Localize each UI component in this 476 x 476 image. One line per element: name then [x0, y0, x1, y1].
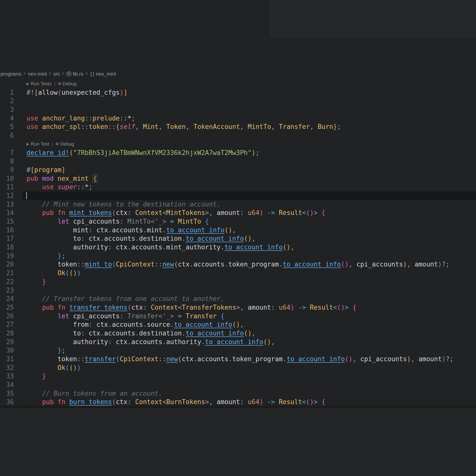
code-line-content[interactable]: pub fn transfer_tokens(ctx: Context<Tran…: [27, 303, 357, 312]
code-line-content[interactable]: token::mint_to(CpiContext::new(ctx.accou…: [27, 260, 449, 269]
code-line-content[interactable]: // Transfer tokens from one account to a…: [27, 295, 224, 303]
codelens-debug-link[interactable]: Debug: [62, 80, 76, 88]
chevron-right-icon: >: [23, 71, 26, 77]
code-token: <: [162, 209, 166, 216]
line-number[interactable]: 5: [0, 122, 14, 131]
code-line-content[interactable]: #[program]: [27, 166, 65, 174]
code-token: Mint: [143, 123, 159, 130]
background-panel: [0, 408, 476, 476]
indent-guide: [42, 217, 42, 278]
line-number[interactable]: 29: [0, 338, 14, 346]
code-token: ::: [77, 261, 85, 268]
code-token: use: [42, 183, 54, 191]
code-line-content[interactable]: authority: ctx.accounts.authority.to_acc…: [27, 338, 275, 346]
line-number[interactable]: 27: [0, 320, 14, 329]
code-line-content[interactable]: use anchor_spl::token::{self, Mint, Toke…: [27, 122, 341, 131]
code-token: use: [27, 123, 38, 130]
code-line-content[interactable]: declare_id!("7RbBhS3jiAeTBmWNwnXfVM2336k…: [27, 149, 259, 157]
code-token: >,: [205, 209, 213, 216]
code-line-content[interactable]: }: [27, 372, 46, 381]
breadcrumb-item-nex-mint[interactable]: nex-mint: [28, 71, 47, 77]
codelens-debug-link[interactable]: Debug: [60, 140, 74, 149]
code-line-content[interactable]: from: ctx.accounts.source.to_account_inf…: [27, 320, 244, 329]
code-token: authority: [166, 338, 201, 346]
line-number[interactable]: 24: [0, 295, 14, 303]
line-number[interactable]: 17: [0, 234, 14, 243]
code-token: ctx: [89, 329, 100, 337]
code-line-content[interactable]: Ok(()): [27, 363, 81, 372]
line-number[interactable]: 14: [0, 208, 14, 217]
code-token: pub: [42, 398, 54, 406]
codelens-run-link[interactable]: Run Test: [31, 140, 49, 149]
code-line-content[interactable]: authority: ctx.accounts.mint_authority.t…: [27, 243, 294, 252]
code-token: // Transfer tokens from one account to a…: [42, 295, 225, 302]
code-token: to_account_info: [287, 355, 345, 363]
line-number[interactable]: 6: [0, 131, 14, 140]
code-line-content[interactable]: pub mod nex_mint {: [27, 174, 97, 183]
line-number[interactable]: 15: [0, 217, 14, 226]
code-line-content[interactable]: #![allow(unexpected_cfgs)]: [27, 88, 127, 97]
breadcrumb-item-programs[interactable]: programs: [0, 71, 21, 77]
code-token: [54, 398, 58, 406]
code-token: [65, 304, 69, 311]
code-line-content[interactable]: to: ctx.accounts.destination.to_account_…: [27, 329, 256, 338]
line-number[interactable]: 13: [0, 200, 14, 209]
line-number[interactable]: 10: [0, 174, 14, 183]
code-line-content[interactable]: };: [27, 252, 65, 260]
code-token: ::: [158, 355, 166, 363]
breadcrumb-item-src[interactable]: src: [53, 71, 60, 77]
code-line-content[interactable]: use anchor_lang::prelude::*;: [27, 114, 135, 123]
line-number[interactable]: 8: [0, 157, 14, 166]
line-number[interactable]: 26: [0, 312, 14, 321]
line-number[interactable]: 22: [0, 277, 14, 286]
line-number[interactable]: 28: [0, 329, 14, 338]
code-token: pub: [42, 304, 54, 311]
line-number[interactable]: 34: [0, 381, 14, 389]
code-line-content[interactable]: pub fn burn_tokens(ctx: Context<BurnToke…: [27, 398, 325, 406]
code-line-content[interactable]: pub fn mint_tokens(ctx: Context<MintToke…: [27, 208, 325, 217]
code-line-content[interactable]: use super::*;: [27, 183, 92, 191]
line-number[interactable]: 11: [0, 183, 14, 191]
code-token: ?;: [446, 355, 453, 363]
code-line-content[interactable]: Ok(()): [27, 269, 81, 277]
line-number[interactable]: 33: [0, 372, 14, 381]
line-number[interactable]: 1: [0, 88, 14, 97]
code-token: [263, 209, 267, 216]
code-line-content[interactable]: let cpi_accounts: Transfer<'_> = Transfe…: [27, 312, 224, 321]
line-number[interactable]: 25: [0, 303, 14, 312]
breadcrumb-item-nex_mint[interactable]: {}nex_mint: [90, 71, 116, 77]
code-line-content[interactable]: mint: ctx.accounts.mint.to_account_info(…: [27, 226, 236, 235]
line-number[interactable]: 18: [0, 243, 14, 252]
line-number[interactable]: 3: [0, 105, 14, 114]
line-number[interactable]: 12: [0, 191, 14, 200]
line-number[interactable]: 7: [0, 149, 14, 157]
line-number[interactable]: 23: [0, 286, 14, 295]
line-number[interactable]: 21: [0, 269, 14, 277]
line-number[interactable]: 30: [0, 346, 14, 355]
codelens-run-link[interactable]: Run Tests: [31, 80, 52, 88]
line-number[interactable]: 19: [0, 252, 14, 260]
line-number[interactable]: 31: [0, 355, 14, 363]
code-token: to_account_info: [186, 235, 244, 242]
code-line-content[interactable]: // Burn tokens from an account.: [27, 389, 162, 398]
line-number[interactable]: 35: [0, 389, 14, 398]
code-line-content[interactable]: token::transfer(CpiContext::new(ctx.acco…: [27, 355, 453, 363]
line-number[interactable]: 2: [0, 97, 14, 105]
code-line-content[interactable]: }: [27, 277, 46, 286]
code-line-content[interactable]: // Mint new tokens to the destination ac…: [27, 200, 221, 209]
line-number[interactable]: 4: [0, 114, 14, 123]
code-token: transfer_tokens: [69, 304, 127, 311]
code-line-content[interactable]: to: ctx.accounts.destination.to_account_…: [27, 234, 256, 243]
code-token: (): [283, 243, 290, 251]
line-number[interactable]: 36: [0, 398, 14, 406]
code-line-content[interactable]: };: [27, 346, 65, 355]
code-line: 23: [0, 286, 476, 295]
editor-bottom-edge: [0, 406, 476, 408]
line-number[interactable]: 20: [0, 260, 14, 269]
line-number[interactable]: 16: [0, 226, 14, 235]
breadcrumb-item-lib.rs[interactable]: Rlib.rs: [66, 71, 83, 77]
line-number[interactable]: 32: [0, 363, 14, 372]
line-number[interactable]: 9: [0, 166, 14, 174]
code-token: (: [65, 269, 69, 277]
code-line-content[interactable]: let cpi_accounts: MintTo<'_> = MintTo {: [27, 217, 209, 226]
